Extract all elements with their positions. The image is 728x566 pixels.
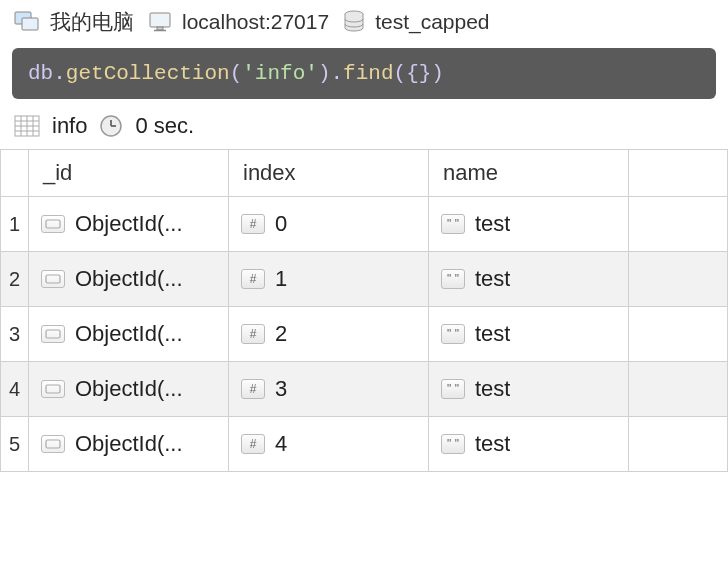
cell-name[interactable]: " "test	[429, 252, 628, 306]
breadcrumb-database[interactable]: test_capped	[343, 10, 489, 34]
cell-extra	[629, 307, 728, 362]
cell-extra	[629, 197, 728, 252]
objectid-icon	[41, 215, 65, 233]
string-type-icon: " "	[441, 214, 465, 234]
row-number: 1	[1, 197, 29, 252]
cell-index-value: 4	[275, 431, 287, 457]
string-type-icon: " "	[441, 379, 465, 399]
cell-id[interactable]: ObjectId(...	[29, 252, 228, 306]
clock-icon	[99, 114, 123, 138]
string-type-icon: " "	[441, 434, 465, 454]
breadcrumb-computer-label: 我的电脑	[50, 8, 134, 36]
cell-id[interactable]: ObjectId(...	[29, 197, 228, 251]
query-arg1-token: 'info'	[242, 62, 318, 85]
database-icon	[343, 10, 365, 34]
svg-rect-17	[46, 275, 60, 283]
cell-index-value: 0	[275, 211, 287, 237]
cell-name[interactable]: " "test	[429, 307, 628, 361]
cell-index-value: 3	[275, 376, 287, 402]
grid-icon	[14, 115, 40, 137]
cell-name-value: test	[475, 211, 510, 237]
column-header-rownum[interactable]	[1, 150, 29, 197]
string-type-icon: " "	[441, 269, 465, 289]
table-row[interactable]: 3ObjectId(...#2" "test	[1, 307, 728, 362]
cell-id[interactable]: ObjectId(...	[29, 362, 228, 416]
objectid-icon	[41, 435, 65, 453]
breadcrumb-database-label: test_capped	[375, 10, 489, 34]
cell-id-value: ObjectId(...	[75, 266, 183, 292]
table-row[interactable]: 2ObjectId(...#1" "test	[1, 252, 728, 307]
result-meta: info 0 sec.	[0, 107, 728, 149]
cell-id[interactable]: ObjectId(...	[29, 307, 228, 361]
column-header-index[interactable]: index	[229, 150, 429, 197]
cell-index-value: 1	[275, 266, 287, 292]
cell-index[interactable]: #4	[229, 417, 428, 471]
breadcrumb: 我的电脑 localhost:27017 test_capped	[0, 0, 728, 44]
query-arg2-token: {}	[406, 62, 431, 85]
table-row[interactable]: 1ObjectId(...#0" "test	[1, 197, 728, 252]
cell-name-value: test	[475, 321, 510, 347]
cell-index[interactable]: #2	[229, 307, 428, 361]
string-type-icon: " "	[441, 324, 465, 344]
objectid-icon	[41, 270, 65, 288]
cell-id[interactable]: ObjectId(...	[29, 417, 228, 471]
cell-id-value: ObjectId(...	[75, 211, 183, 237]
query-input[interactable]: db.getCollection('info').find({})	[12, 48, 716, 99]
objectid-icon	[41, 325, 65, 343]
breadcrumb-host[interactable]: localhost:27017	[148, 10, 329, 34]
svg-rect-16	[46, 220, 60, 228]
cell-index-value: 2	[275, 321, 287, 347]
breadcrumb-computer[interactable]: 我的电脑	[14, 8, 134, 36]
number-type-icon: #	[241, 379, 265, 399]
cell-name[interactable]: " "test	[429, 362, 628, 416]
row-number: 5	[1, 417, 29, 472]
column-header-extra[interactable]	[629, 150, 728, 197]
number-type-icon: #	[241, 214, 265, 234]
breadcrumb-host-label: localhost:27017	[182, 10, 329, 34]
cell-name-value: test	[475, 376, 510, 402]
cell-name[interactable]: " "test	[429, 417, 628, 471]
column-header-name[interactable]: name	[429, 150, 629, 197]
query-fn2-token: find	[343, 62, 393, 85]
computer-icon	[14, 11, 40, 33]
result-collection-name: info	[52, 113, 87, 139]
svg-rect-19	[46, 385, 60, 393]
table-row[interactable]: 5ObjectId(...#4" "test	[1, 417, 728, 472]
cell-index[interactable]: #1	[229, 252, 428, 306]
row-number: 2	[1, 252, 29, 307]
cell-name[interactable]: " "test	[429, 197, 628, 251]
results-table: _id index name 1ObjectId(...#0" "test2Ob…	[0, 149, 728, 472]
cell-id-value: ObjectId(...	[75, 376, 183, 402]
cell-id-value: ObjectId(...	[75, 321, 183, 347]
cell-id-value: ObjectId(...	[75, 431, 183, 457]
cell-name-value: test	[475, 431, 510, 457]
number-type-icon: #	[241, 434, 265, 454]
cell-extra	[629, 417, 728, 472]
cell-extra	[629, 252, 728, 307]
result-timing: 0 sec.	[135, 113, 194, 139]
cell-index[interactable]: #0	[229, 197, 428, 251]
host-icon	[148, 11, 172, 33]
query-fn1-token: getCollection	[66, 62, 230, 85]
table-row[interactable]: 4ObjectId(...#3" "test	[1, 362, 728, 417]
row-number: 4	[1, 362, 29, 417]
svg-rect-20	[46, 440, 60, 448]
cell-name-value: test	[475, 266, 510, 292]
row-number: 3	[1, 307, 29, 362]
query-db-token: db	[28, 62, 53, 85]
svg-rect-3	[157, 27, 163, 30]
objectid-icon	[41, 380, 65, 398]
number-type-icon: #	[241, 324, 265, 344]
number-type-icon: #	[241, 269, 265, 289]
cell-index[interactable]: #3	[229, 362, 428, 416]
svg-rect-1	[22, 18, 38, 30]
svg-rect-18	[46, 330, 60, 338]
column-header-id[interactable]: _id	[29, 150, 229, 197]
cell-extra	[629, 362, 728, 417]
svg-rect-2	[150, 13, 170, 27]
